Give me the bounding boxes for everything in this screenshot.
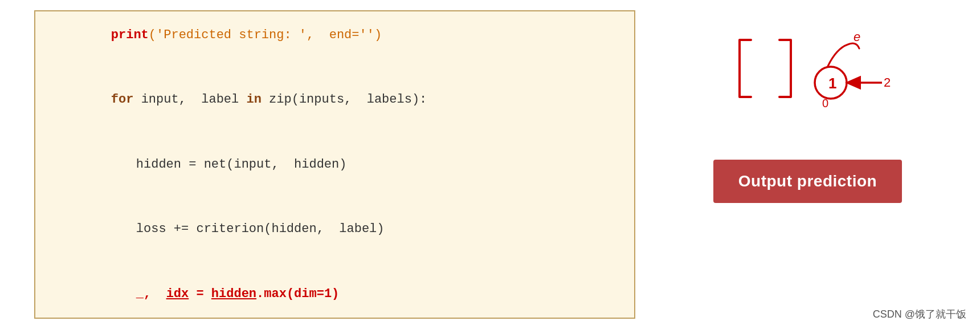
right-panel: 1 0 2 e Output prediction CSDN @饿了就干饭 — [635, 0, 980, 329]
svg-text:e: e — [854, 30, 860, 44]
svg-text:1: 1 — [828, 75, 836, 92]
code-line: for input, label in zip(inputs, labels): — [56, 67, 614, 132]
code-line-highlighted: _, idx = hidden.max(dim=1) — [56, 262, 614, 326]
code-line: print('Predicted string: ', end='') — [56, 3, 614, 67]
svg-text:2: 2 — [884, 75, 891, 90]
code-line: loss += criterion(hidden, label) — [56, 197, 614, 261]
output-prediction-badge: Output prediction — [713, 160, 902, 203]
svg-text:0: 0 — [822, 97, 828, 109]
code-line: hidden = net(input, hidden) — [56, 132, 614, 197]
badge-label: Output prediction — [738, 172, 877, 190]
watermark: CSDN @饿了就干饭 — [873, 307, 966, 321]
annotation-svg: 1 0 2 e — [717, 23, 899, 137]
code-panel: for epoch in range(15): loss = 0 optimiz… — [34, 10, 635, 319]
code-line-highlighted: print(idx2char[idx.item()], end='') — [56, 326, 614, 329]
watermark-text: CSDN @饿了就干饭 — [873, 308, 966, 320]
annotation-area: 1 0 2 e — [717, 23, 899, 137]
